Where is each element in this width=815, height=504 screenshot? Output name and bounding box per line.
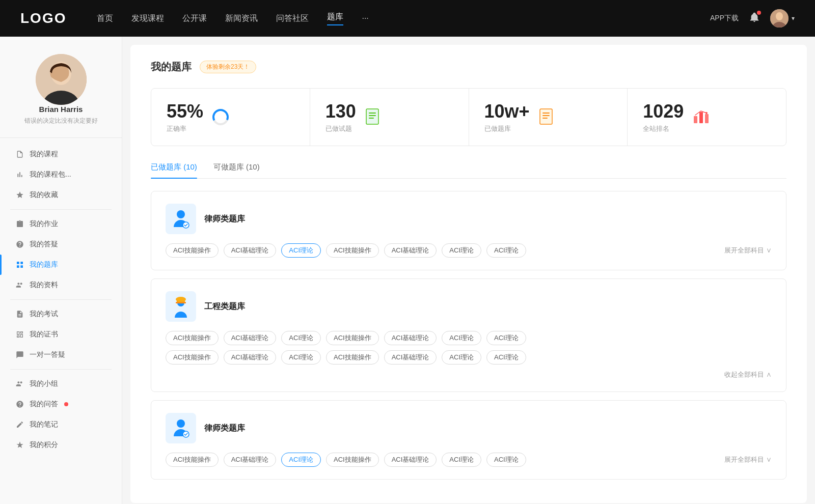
sidebar-item-notes[interactable]: 我的笔记 [0,414,122,435]
file-icon [15,310,24,319]
divider-2 [10,299,112,300]
sidebar-item-question-bank[interactable]: 我的题库 [0,255,122,275]
svg-rect-19 [694,116,697,123]
tag-3-3-active[interactable]: ACI理论 [281,453,321,467]
tab-available-banks[interactable]: 可做题库 (10) [213,162,260,178]
user-avatar-menu[interactable]: ▾ [770,9,795,27]
tag-2-2[interactable]: ACI基础理论 [224,331,277,345]
svg-rect-20 [699,112,703,123]
tag-2-1[interactable]: ACI技能操作 [166,331,219,345]
group-icon [15,379,24,388]
tag-3-6[interactable]: ACI理论 [442,453,481,467]
nav-more[interactable]: ··· [362,14,368,23]
app-download-button[interactable]: APP下载 [710,14,739,23]
expand-link-3[interactable]: 展开全部科目 ∨ [724,455,772,464]
stat-accuracy: 55% 正确率 [151,89,310,146]
stat-ranking-text: 1029 全站排名 [643,101,684,133]
nav-news[interactable]: 新闻资讯 [225,13,258,24]
sidebar-item-favorites[interactable]: 我的收藏 [0,185,122,205]
collapse-link-2[interactable]: 收起全部科目 ∧ [724,371,772,378]
expand-link-1[interactable]: 展开全部科目 ∨ [724,246,772,255]
tabs: 已做题库 (10) 可做题库 (10) [151,162,786,179]
svg-rect-18 [542,118,548,119]
tag-3-7[interactable]: ACI理论 [486,453,526,467]
tag-2-14[interactable]: ACI理论 [486,350,526,365]
tag-2-8[interactable]: ACI技能操作 [166,350,219,365]
logo[interactable]: LOGO [20,10,66,26]
qbank-2-name: 工程类题库 [204,301,245,312]
svg-rect-14 [540,109,552,124]
qa-notification-dot [64,402,68,406]
grid-icon [15,260,24,269]
tag-1-7[interactable]: ACI理论 [486,243,526,258]
qbank-card-1: 律师类题库 ACI技能操作 ACI基础理论 ACI理论 ACI技能操作 ACI基… [151,191,786,270]
tag-2-6[interactable]: ACI理论 [442,331,481,345]
sidebar-item-one-on-one[interactable]: 一对一答疑 [0,345,122,365]
stat-questions-done: 130 已做试题 [310,89,469,146]
sidebar-label-homework: 我的作业 [30,219,58,229]
tag-1-3-active[interactable]: ACI理论 [281,243,321,258]
sidebar-label-certificate: 我的证书 [30,330,58,339]
svg-rect-21 [705,114,709,123]
svg-rect-16 [542,113,550,114]
stat-questions-done-text: 130 已做试题 [325,101,356,133]
nav-open-course[interactable]: 公开课 [182,13,207,24]
tag-1-2[interactable]: ACI基础理论 [224,243,277,258]
bar-chart-icon [15,170,24,179]
sidebar-label-profile: 我的资料 [30,281,58,290]
tag-1-1[interactable]: ACI技能操作 [166,243,219,258]
nav-home[interactable]: 首页 [97,13,113,24]
tag-1-5[interactable]: ACI基础理论 [384,243,437,258]
tag-2-10[interactable]: ACI理论 [281,350,321,365]
nav-question-bank[interactable]: 题库 [327,12,343,25]
tag-2-4[interactable]: ACI技能操作 [326,331,379,345]
sidebar-item-profile[interactable]: 我的资料 [0,275,122,295]
tag-2-7[interactable]: ACI理论 [486,331,526,345]
tag-2-11[interactable]: ACI技能操作 [326,350,379,365]
stats-row: 55% 正确率 130 已做试题 [151,88,786,146]
sidebar-item-homework[interactable]: 我的作业 [0,214,122,234]
nav-qa[interactable]: 问答社区 [276,13,309,24]
stat-ranking: 1029 全站排名 [628,89,786,146]
qbank-card-3-header: 律师类题库 [166,413,772,443]
sidebar-label-one-on-one: 一对一答疑 [30,350,65,359]
sidebar-item-points[interactable]: 我的积分 [0,435,122,455]
tag-3-1[interactable]: ACI技能操作 [166,453,219,467]
svg-point-22 [705,112,708,114]
stat-banks-done-text: 10w+ 已做题库 [484,101,530,133]
tag-3-4[interactable]: ACI技能操作 [326,453,379,467]
sidebar-item-course-pack[interactable]: 我的课程包... [0,164,122,185]
tag-2-13[interactable]: ACI理论 [442,350,481,365]
sidebar-item-exam[interactable]: 我的考试 [0,304,122,324]
tag-2-12[interactable]: ACI基础理论 [384,350,437,365]
sidebar-item-my-qa[interactable]: 我的问答 [0,394,122,414]
tag-2-3[interactable]: ACI理论 [281,331,321,345]
doc-green-icon [364,108,383,126]
sidebar-item-my-course[interactable]: 我的课程 [0,144,122,164]
svg-point-8 [216,113,225,121]
sidebar-item-qa[interactable]: 我的答疑 [0,234,122,255]
chart-red-icon [692,108,710,126]
nav-courses[interactable]: 发现课程 [131,13,164,24]
sidebar-label-exam: 我的考试 [30,310,58,319]
tag-1-6[interactable]: ACI理论 [442,243,481,258]
tag-1-4[interactable]: ACI技能操作 [326,243,379,258]
svg-point-29 [177,419,185,428]
tab-done-banks[interactable]: 已做题库 (10) [151,162,197,178]
sidebar-label-favorites: 我的收藏 [30,190,58,200]
tag-2-5[interactable]: ACI基础理论 [384,331,437,345]
sidebar-item-group[interactable]: 我的小组 [0,374,122,394]
chat-icon [15,350,24,359]
notification-bell[interactable] [749,12,760,25]
svg-point-1 [776,12,783,20]
qbank-3-icon [166,413,196,443]
tag-3-2[interactable]: ACI基础理论 [224,453,277,467]
stat-ranking-label: 全站排名 [643,124,684,133]
svg-rect-11 [369,113,376,114]
points-icon [15,440,24,450]
question-icon [15,400,24,409]
sidebar-item-certificate[interactable]: 我的证书 [0,324,122,345]
tag-2-9[interactable]: ACI基础理论 [224,350,277,365]
tag-3-5[interactable]: ACI基础理论 [384,453,437,467]
help-icon [15,240,24,249]
